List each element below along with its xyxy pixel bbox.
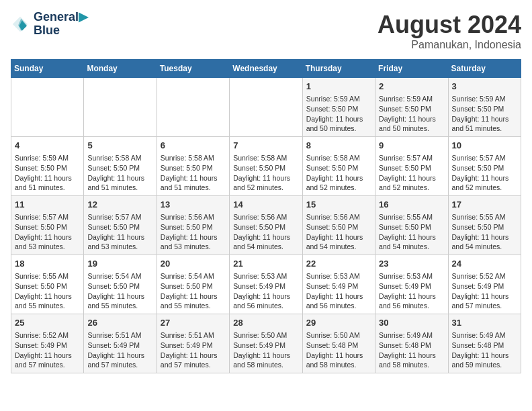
day-number: 2 bbox=[379, 81, 444, 93]
day-info: Sunrise: 5:51 AM Sunset: 5:49 PM Dayligh… bbox=[87, 330, 152, 370]
calendar-cell: 29Sunrise: 5:50 AM Sunset: 5:48 PM Dayli… bbox=[302, 314, 375, 373]
day-info: Sunrise: 5:58 AM Sunset: 5:50 PM Dayligh… bbox=[233, 153, 298, 193]
weekday-header: Friday bbox=[375, 60, 448, 78]
day-info: Sunrise: 5:55 AM Sunset: 5:50 PM Dayligh… bbox=[379, 212, 444, 252]
weekday-header: Thursday bbox=[302, 60, 375, 78]
day-info: Sunrise: 5:56 AM Sunset: 5:50 PM Dayligh… bbox=[306, 212, 371, 252]
calendar-cell: 10Sunrise: 5:57 AM Sunset: 5:50 PM Dayli… bbox=[448, 137, 521, 196]
location-subtitle: Pamanukan, Indonesia bbox=[378, 39, 521, 51]
calendar-cell: 31Sunrise: 5:49 AM Sunset: 5:48 PM Dayli… bbox=[448, 314, 521, 373]
day-info: Sunrise: 5:57 AM Sunset: 5:50 PM Dayligh… bbox=[87, 212, 152, 252]
day-number: 13 bbox=[161, 199, 226, 211]
calendar-cell: 17Sunrise: 5:55 AM Sunset: 5:50 PM Dayli… bbox=[448, 196, 521, 255]
weekday-header: Tuesday bbox=[157, 60, 229, 78]
day-number: 22 bbox=[306, 258, 371, 270]
calendar-cell: 28Sunrise: 5:50 AM Sunset: 5:49 PM Dayli… bbox=[230, 314, 302, 373]
day-info: Sunrise: 5:56 AM Sunset: 5:50 PM Dayligh… bbox=[233, 212, 298, 252]
calendar-cell bbox=[11, 78, 84, 137]
day-number: 4 bbox=[15, 140, 80, 152]
day-number: 3 bbox=[452, 81, 517, 93]
calendar-cell: 23Sunrise: 5:53 AM Sunset: 5:49 PM Dayli… bbox=[375, 255, 448, 314]
day-number: 28 bbox=[233, 317, 298, 329]
calendar-cell: 2Sunrise: 5:59 AM Sunset: 5:50 PM Daylig… bbox=[375, 78, 448, 137]
day-number: 6 bbox=[161, 140, 226, 152]
day-number: 18 bbox=[15, 258, 80, 270]
weekday-header: Saturday bbox=[448, 60, 521, 78]
day-number: 8 bbox=[306, 140, 371, 152]
day-info: Sunrise: 5:57 AM Sunset: 5:50 PM Dayligh… bbox=[452, 153, 517, 193]
calendar-table: SundayMondayTuesdayWednesdayThursdayFrid… bbox=[11, 59, 521, 373]
calendar-cell: 19Sunrise: 5:54 AM Sunset: 5:50 PM Dayli… bbox=[84, 255, 157, 314]
logo-icon bbox=[11, 15, 30, 34]
calendar-cell: 14Sunrise: 5:56 AM Sunset: 5:50 PM Dayli… bbox=[230, 196, 302, 255]
calendar-cell: 24Sunrise: 5:52 AM Sunset: 5:49 PM Dayli… bbox=[448, 255, 521, 314]
calendar-cell: 20Sunrise: 5:54 AM Sunset: 5:50 PM Dayli… bbox=[157, 255, 229, 314]
calendar-cell: 6Sunrise: 5:58 AM Sunset: 5:50 PM Daylig… bbox=[157, 137, 229, 196]
day-number: 25 bbox=[15, 317, 80, 329]
weekday-header: Sunday bbox=[11, 60, 84, 78]
day-number: 14 bbox=[233, 199, 298, 211]
calendar-week: 18Sunrise: 5:55 AM Sunset: 5:50 PM Dayli… bbox=[11, 255, 521, 314]
calendar-week: 1Sunrise: 5:59 AM Sunset: 5:50 PM Daylig… bbox=[11, 78, 521, 137]
calendar-cell: 9Sunrise: 5:57 AM Sunset: 5:50 PM Daylig… bbox=[375, 137, 448, 196]
month-title: August 2024 bbox=[378, 11, 521, 39]
day-info: Sunrise: 5:53 AM Sunset: 5:49 PM Dayligh… bbox=[306, 271, 371, 311]
calendar-cell bbox=[84, 78, 157, 137]
day-number: 20 bbox=[161, 258, 226, 270]
day-info: Sunrise: 5:51 AM Sunset: 5:49 PM Dayligh… bbox=[161, 330, 226, 370]
calendar-cell: 13Sunrise: 5:56 AM Sunset: 5:50 PM Dayli… bbox=[157, 196, 229, 255]
calendar-week: 25Sunrise: 5:52 AM Sunset: 5:49 PM Dayli… bbox=[11, 314, 521, 373]
day-info: Sunrise: 5:55 AM Sunset: 5:50 PM Dayligh… bbox=[15, 271, 80, 311]
day-info: Sunrise: 5:57 AM Sunset: 5:50 PM Dayligh… bbox=[15, 212, 80, 252]
day-info: Sunrise: 5:54 AM Sunset: 5:50 PM Dayligh… bbox=[161, 271, 226, 311]
day-info: Sunrise: 5:50 AM Sunset: 5:48 PM Dayligh… bbox=[306, 330, 371, 370]
day-info: Sunrise: 5:49 AM Sunset: 5:48 PM Dayligh… bbox=[379, 330, 444, 370]
day-number: 11 bbox=[15, 199, 80, 211]
calendar-cell: 15Sunrise: 5:56 AM Sunset: 5:50 PM Dayli… bbox=[302, 196, 375, 255]
day-info: Sunrise: 5:49 AM Sunset: 5:48 PM Dayligh… bbox=[452, 330, 517, 370]
day-info: Sunrise: 5:59 AM Sunset: 5:50 PM Dayligh… bbox=[452, 94, 517, 134]
calendar-cell: 12Sunrise: 5:57 AM Sunset: 5:50 PM Dayli… bbox=[84, 196, 157, 255]
day-info: Sunrise: 5:56 AM Sunset: 5:50 PM Dayligh… bbox=[161, 212, 226, 252]
day-info: Sunrise: 5:52 AM Sunset: 5:49 PM Dayligh… bbox=[15, 330, 80, 370]
day-info: Sunrise: 5:58 AM Sunset: 5:50 PM Dayligh… bbox=[87, 153, 152, 193]
day-number: 31 bbox=[452, 317, 517, 329]
day-number: 19 bbox=[87, 258, 152, 270]
weekday-row: SundayMondayTuesdayWednesdayThursdayFrid… bbox=[11, 60, 521, 78]
day-info: Sunrise: 5:58 AM Sunset: 5:50 PM Dayligh… bbox=[306, 153, 371, 193]
day-info: Sunrise: 5:53 AM Sunset: 5:49 PM Dayligh… bbox=[233, 271, 298, 311]
calendar-cell: 25Sunrise: 5:52 AM Sunset: 5:49 PM Dayli… bbox=[11, 314, 84, 373]
day-number: 5 bbox=[87, 140, 152, 152]
logo-text: General▶ Blue bbox=[34, 11, 88, 38]
day-number: 30 bbox=[379, 317, 444, 329]
calendar-cell: 22Sunrise: 5:53 AM Sunset: 5:49 PM Dayli… bbox=[302, 255, 375, 314]
calendar-cell: 27Sunrise: 5:51 AM Sunset: 5:49 PM Dayli… bbox=[157, 314, 229, 373]
calendar-cell: 3Sunrise: 5:59 AM Sunset: 5:50 PM Daylig… bbox=[448, 78, 521, 137]
calendar-cell: 30Sunrise: 5:49 AM Sunset: 5:48 PM Dayli… bbox=[375, 314, 448, 373]
day-number: 12 bbox=[87, 199, 152, 211]
calendar-week: 4Sunrise: 5:59 AM Sunset: 5:50 PM Daylig… bbox=[11, 137, 521, 196]
logo: General▶ Blue bbox=[11, 11, 88, 38]
day-number: 10 bbox=[452, 140, 517, 152]
day-info: Sunrise: 5:59 AM Sunset: 5:50 PM Dayligh… bbox=[306, 94, 371, 134]
day-number: 16 bbox=[379, 199, 444, 211]
title-block: August 2024 Pamanukan, Indonesia bbox=[378, 11, 521, 51]
calendar-cell: 11Sunrise: 5:57 AM Sunset: 5:50 PM Dayli… bbox=[11, 196, 84, 255]
day-info: Sunrise: 5:59 AM Sunset: 5:50 PM Dayligh… bbox=[15, 153, 80, 193]
day-info: Sunrise: 5:58 AM Sunset: 5:50 PM Dayligh… bbox=[161, 153, 226, 193]
day-number: 26 bbox=[87, 317, 152, 329]
calendar-cell: 18Sunrise: 5:55 AM Sunset: 5:50 PM Dayli… bbox=[11, 255, 84, 314]
calendar-body: 1Sunrise: 5:59 AM Sunset: 5:50 PM Daylig… bbox=[11, 78, 521, 373]
calendar-cell bbox=[230, 78, 302, 137]
page-header: General▶ Blue August 2024 Pamanukan, Ind… bbox=[11, 11, 521, 51]
day-info: Sunrise: 5:50 AM Sunset: 5:49 PM Dayligh… bbox=[233, 330, 298, 370]
weekday-header: Monday bbox=[84, 60, 157, 78]
calendar-cell: 1Sunrise: 5:59 AM Sunset: 5:50 PM Daylig… bbox=[302, 78, 375, 137]
day-number: 7 bbox=[233, 140, 298, 152]
day-info: Sunrise: 5:59 AM Sunset: 5:50 PM Dayligh… bbox=[379, 94, 444, 134]
day-info: Sunrise: 5:53 AM Sunset: 5:49 PM Dayligh… bbox=[379, 271, 444, 311]
day-number: 15 bbox=[306, 199, 371, 211]
day-number: 9 bbox=[379, 140, 444, 152]
day-number: 23 bbox=[379, 258, 444, 270]
calendar-cell: 5Sunrise: 5:58 AM Sunset: 5:50 PM Daylig… bbox=[84, 137, 157, 196]
